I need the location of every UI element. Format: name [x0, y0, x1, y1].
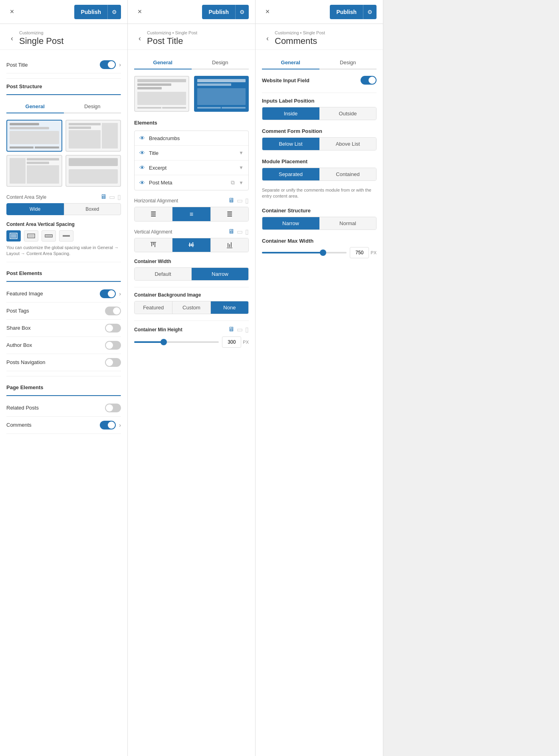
layout-thumb-2[interactable]: [65, 120, 121, 152]
panel2-content: General Design: [128, 50, 255, 756]
contained-button[interactable]: Contained: [319, 168, 376, 180]
container-min-height-track[interactable]: [134, 341, 219, 343]
related-posts-toggle[interactable]: [105, 404, 121, 412]
comments-right: ›: [100, 421, 121, 429]
spacing-icon-1[interactable]: [6, 230, 21, 241]
container-min-height-input[interactable]: [222, 336, 241, 348]
post-meta-copy-icon[interactable]: ⧉: [231, 179, 235, 186]
panel2-publish-button[interactable]: Publish: [202, 5, 235, 19]
panel3-publish-button[interactable]: Publish: [330, 5, 363, 19]
post-meta-arrow[interactable]: ▼: [239, 180, 244, 186]
author-box-label: Author Box: [6, 342, 32, 348]
preview-thumb-2[interactable]: [194, 76, 249, 112]
breadcrumbs-item: 👁 Breadcrumbs: [135, 131, 248, 146]
bg-none-button[interactable]: None: [211, 301, 248, 314]
page-elements-section: Page Elements Related Posts Comments ›: [6, 384, 121, 434]
post-tags-toggle[interactable]: [105, 307, 121, 315]
website-input-toggle[interactable]: [361, 76, 377, 85]
spacing-icon-4[interactable]: [59, 230, 73, 241]
container-max-width-thumb[interactable]: [320, 249, 326, 256]
wide-button[interactable]: Wide: [6, 203, 64, 215]
mh-tablet-icon[interactable]: ▭: [237, 326, 243, 333]
post-title-arrow[interactable]: ›: [119, 61, 121, 68]
tab3-design[interactable]: Design: [319, 56, 377, 69]
panel2-close-button[interactable]: ×: [134, 6, 145, 18]
valign-bottom-button[interactable]: [211, 238, 248, 252]
bg-custom-button[interactable]: Custom: [172, 301, 210, 314]
title-arrow[interactable]: ▼: [239, 150, 244, 156]
above-list-button[interactable]: Above List: [319, 138, 376, 150]
h-mobile-icon[interactable]: ▯: [245, 197, 249, 204]
container-default-button[interactable]: Default: [135, 268, 192, 280]
panel3-back-button[interactable]: ‹: [262, 33, 273, 44]
layout-thumb-3[interactable]: [6, 155, 62, 187]
container-min-height-thumb[interactable]: [161, 339, 167, 345]
below-list-button[interactable]: Below List: [262, 138, 319, 150]
mh-mobile-icon[interactable]: ▯: [245, 326, 249, 333]
excerpt-arrow[interactable]: ▼: [239, 165, 244, 170]
comments-toggle[interactable]: [100, 421, 116, 429]
v-tablet-icon[interactable]: ▭: [237, 228, 243, 236]
panel1-gear-button[interactable]: ⚙: [107, 5, 121, 19]
comments-arrow[interactable]: ›: [119, 422, 121, 428]
tablet-icon-1[interactable]: ▭: [109, 193, 115, 201]
label-outside-button[interactable]: Outside: [319, 107, 376, 120]
panel2-gear-button[interactable]: ⚙: [235, 5, 249, 19]
h-desktop-icon[interactable]: 🖥: [228, 197, 234, 204]
title-eye-icon[interactable]: 👁: [139, 150, 145, 156]
container-max-width-fill: [262, 252, 323, 253]
panel1-close-button[interactable]: ×: [6, 6, 18, 18]
featured-image-toggle[interactable]: [100, 289, 116, 298]
desktop-icon-1[interactable]: 🖥: [100, 193, 107, 201]
panel2-back-button[interactable]: ‹: [134, 33, 145, 44]
narrow-button-3[interactable]: Narrow: [262, 217, 319, 230]
mobile-icon-1[interactable]: ▯: [117, 193, 121, 201]
align-center-button[interactable]: ≡: [172, 207, 210, 221]
tab-design-1[interactable]: Design: [64, 100, 121, 113]
normal-button-3[interactable]: Normal: [319, 217, 376, 230]
separated-button[interactable]: Separated: [262, 168, 319, 180]
panel3-close-button[interactable]: ×: [262, 6, 273, 18]
post-meta-eye-icon[interactable]: 👁: [139, 180, 145, 186]
tab-general-1[interactable]: General: [6, 100, 64, 113]
valign-top-button[interactable]: [135, 238, 172, 252]
excerpt-eye-icon[interactable]: 👁: [139, 164, 145, 171]
spacing-icon-2[interactable]: [24, 230, 38, 241]
v-desktop-icon[interactable]: 🖥: [228, 228, 234, 236]
preview-thumb-1[interactable]: [134, 76, 189, 112]
container-max-width-track[interactable]: [262, 252, 347, 253]
container-max-width-input[interactable]: [350, 247, 369, 258]
spacing-icon-3[interactable]: [42, 230, 56, 241]
panel-comments: × Publish ⚙ ‹ Customizing • Single Post …: [256, 0, 383, 756]
panel1-publish-button[interactable]: Publish: [74, 5, 107, 19]
tab2-general[interactable]: General: [134, 56, 192, 69]
label-inside-button[interactable]: Inside: [262, 107, 319, 120]
featured-image-arrow[interactable]: ›: [119, 291, 121, 297]
inputs-label-position-section: Inputs Label Position Inside Outside: [262, 98, 377, 120]
align-left-button[interactable]: ☰: [135, 207, 172, 221]
content-area-style-label: Content Area Style: [6, 194, 46, 200]
mh-desktop-icon[interactable]: 🖥: [228, 326, 234, 333]
h-tablet-icon[interactable]: ▭: [237, 197, 243, 204]
boxed-button[interactable]: Boxed: [64, 203, 121, 215]
layout-thumbnails: [6, 120, 121, 187]
valign-middle-button[interactable]: [172, 238, 210, 252]
panel1-back-button[interactable]: ‹: [6, 33, 18, 44]
author-box-toggle[interactable]: [105, 341, 121, 350]
post-title-toggle[interactable]: [100, 60, 116, 69]
bg-featured-button[interactable]: Featured: [135, 301, 172, 314]
posts-navigation-toggle[interactable]: [105, 358, 121, 367]
align-right-button[interactable]: ☰: [211, 207, 248, 221]
vertical-spacing-label: Content Area Vertical Spacing: [6, 222, 121, 227]
breadcrumbs-eye-icon[interactable]: 👁: [139, 135, 145, 141]
layout-thumb-1[interactable]: [6, 120, 62, 152]
v-mobile-icon[interactable]: ▯: [245, 228, 249, 236]
layout-thumb-4[interactable]: [65, 155, 121, 187]
container-narrow-button[interactable]: Narrow: [192, 268, 248, 280]
container-min-height-unit: PX: [243, 340, 249, 344]
tab3-general[interactable]: General: [262, 56, 319, 69]
panel3-gear-button[interactable]: ⚙: [363, 5, 377, 19]
share-box-toggle[interactable]: [105, 324, 121, 332]
tab2-design[interactable]: Design: [192, 56, 249, 69]
container-structure-buttons: Narrow Normal: [262, 217, 377, 230]
